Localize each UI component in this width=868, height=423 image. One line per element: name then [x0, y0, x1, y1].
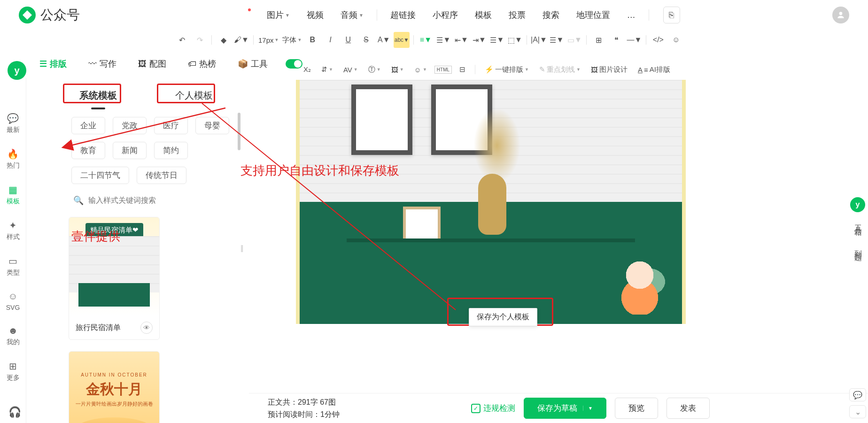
rail-more[interactable]: ⊞更多	[0, 359, 26, 384]
template-tabs: 系统模板 个人模板	[26, 78, 266, 108]
menu-image[interactable]: 图片▼	[258, 6, 298, 24]
eraser-icon[interactable]: ◆	[216, 32, 232, 48]
indent-right-icon[interactable]: ⇥▼	[471, 32, 487, 48]
plugin-badge[interactable]: y	[850, 197, 865, 212]
cat-chip[interactable]: 二十四节气	[71, 167, 129, 184]
template-panel: 系统模板 个人模板 企业 党政 医疗 母婴 教育 新闻 简约 二十四节气 传统节…	[26, 78, 266, 423]
rail-type[interactable]: ▭类型	[0, 254, 26, 279]
cat-chip[interactable]: 教育	[71, 142, 105, 159]
menu-link[interactable]: 超链接	[382, 6, 424, 24]
menu-template[interactable]: 模板	[466, 6, 500, 24]
brush-icon[interactable]: 🖌▼	[233, 32, 249, 48]
auto-layout-button[interactable]: ⚡一键排版▼	[482, 63, 532, 76]
menu-search[interactable]: 搜索	[534, 6, 568, 24]
arrow-left-icon[interactable]: ←	[854, 230, 861, 238]
strike-icon[interactable]: S	[358, 32, 374, 48]
chat-icon[interactable]: 💬	[849, 388, 866, 401]
align-justify-icon[interactable]: ☰▼	[435, 32, 451, 48]
cat-chip[interactable]: 传统节日	[137, 167, 186, 184]
export-icon[interactable]: ⎘	[663, 7, 680, 23]
drag-handle[interactable]: ||	[240, 244, 242, 253]
cat-chip[interactable]: 党政	[113, 117, 147, 134]
kerning-icon[interactable]: AV▼	[341, 64, 361, 76]
font-color-icon[interactable]: A▼	[376, 32, 392, 48]
save-template-tooltip[interactable]: 保存为个人模板	[469, 308, 537, 326]
table-icon[interactable]: ⊞	[590, 32, 606, 48]
align-left-icon[interactable]: ≡▼	[418, 32, 434, 48]
insert-image-icon[interactable]: 🖼▼	[388, 64, 407, 76]
avatar[interactable]	[832, 7, 849, 23]
font-family[interactable]: 字体▼	[281, 36, 302, 45]
list-icon[interactable]: ☰▼	[549, 32, 565, 48]
html-icon[interactable]: HTML	[434, 66, 452, 74]
code-icon[interactable]: </>	[650, 32, 666, 48]
shield-icon: ✓	[471, 404, 480, 413]
notification-dot	[248, 8, 251, 11]
cat-chip[interactable]: 新闻	[113, 142, 147, 159]
emoji2-icon[interactable]: ☺▼	[411, 64, 430, 76]
image-design-button[interactable]: 🖼图片设计	[588, 63, 630, 76]
svg-point-0	[839, 12, 843, 15]
annotation-support: 支持用户自由设计和保存模板	[240, 162, 399, 179]
italic-icon[interactable]: I	[322, 32, 338, 48]
clear-format-icon[interactable]: Ⓣ▼	[365, 63, 384, 76]
cat-chip[interactable]: 医疗	[154, 117, 188, 134]
rail-latest[interactable]: 💬最新	[0, 111, 26, 136]
faq-button[interactable]: 到问题	[853, 244, 863, 250]
publish-button[interactable]: 发表	[666, 398, 710, 419]
scrollbar-thumb[interactable]	[238, 113, 240, 150]
rail-mine[interactable]: ☻我的	[0, 323, 26, 348]
template-card[interactable]: AUTUMN IN OCTOBER 金秋十月 一片片黄叶绘画出岁月静好的画卷 金…	[69, 351, 160, 423]
bottom-bar: 正文共：291字 67图 预计阅读时间：1分钟 ✓违规检测 保存为草稿▼ 预览 …	[249, 393, 868, 423]
preview-icon[interactable]: 👁	[140, 322, 153, 334]
quote-icon[interactable]: ❝	[608, 32, 624, 48]
category-row: 企业 党政 医疗 母婴 教育 新闻 简约 二十四节气 传统节日	[26, 108, 266, 189]
annotation-provider: 壹伴提供	[71, 228, 120, 245]
highlight-icon[interactable]: abc▼	[394, 32, 410, 48]
menu-more[interactable]: …	[619, 7, 644, 24]
template-title: 旅行民宿清单	[76, 323, 121, 333]
letter-spacing-icon[interactable]: |A|▼	[531, 32, 547, 48]
plugin-badge[interactable]: y	[8, 61, 26, 80]
top-bar: 公众号 图片▼ 视频 音频▼ 超链接 小程序 模板 投票 搜索 地理位置 … ⎘	[0, 0, 868, 30]
bold-icon[interactable]: B	[304, 32, 320, 48]
chevron-down-icon[interactable]: ▼	[583, 406, 593, 411]
cat-chip[interactable]: 母婴	[195, 117, 229, 134]
font-size[interactable]: 17px▼	[257, 36, 279, 44]
cat-chip[interactable]: 企业	[71, 117, 105, 134]
editor-canvas[interactable]	[296, 80, 686, 324]
ai-layout-button[interactable]: A≡AI排版	[635, 63, 673, 76]
cat-chip[interactable]: 简约	[154, 142, 188, 159]
violation-check-button[interactable]: ✓违规检测	[471, 403, 515, 414]
menu-vote[interactable]: 投票	[500, 6, 534, 24]
rail-svg[interactable]: ☺SVG	[0, 289, 26, 313]
support-icon[interactable]: 🎧	[8, 406, 21, 418]
rail-template[interactable]: ▦模板	[0, 182, 26, 208]
line-height-icon[interactable]: ☰▼	[489, 32, 505, 48]
rail-style[interactable]: ✦样式	[0, 218, 26, 243]
spacing-icon[interactable]: ⬚▼	[507, 32, 523, 48]
save-draft-button[interactable]: 保存为草稿▼	[524, 398, 606, 419]
frame-icon	[351, 85, 412, 155]
highlight-button[interactable]: ✎重点划线▼	[536, 63, 583, 76]
menu-audio[interactable]: 音频▼	[332, 6, 372, 24]
menu-miniprogram[interactable]: 小程序	[424, 6, 466, 24]
logo-icon	[19, 7, 36, 23]
menu-location[interactable]: 地理位置	[568, 6, 619, 24]
redo-icon[interactable]: ↷	[192, 32, 208, 48]
subscript-icon[interactable]: X₂	[301, 63, 314, 76]
menu-video[interactable]: 视频	[298, 6, 332, 24]
toolbox-button[interactable]: 工具箱	[853, 219, 863, 224]
text-height-icon[interactable]: ⇵▼	[318, 63, 336, 76]
preview-button[interactable]: 预览	[615, 398, 658, 419]
underline-icon[interactable]: U	[340, 32, 356, 48]
undo-icon[interactable]: ↶	[174, 32, 190, 48]
rail-hot[interactable]: 🔥热门	[0, 146, 26, 172]
emoji-icon[interactable]: ☺	[668, 32, 684, 48]
indent-left-icon[interactable]: ⇤▼	[453, 32, 469, 48]
collapse-icon[interactable]: ⌄	[849, 405, 866, 418]
card-icon[interactable]: ⊟	[457, 63, 468, 76]
search-input[interactable]	[88, 196, 252, 205]
hr-icon[interactable]: —▼	[626, 32, 642, 48]
shade-icon[interactable]: ▭▼	[566, 32, 582, 48]
